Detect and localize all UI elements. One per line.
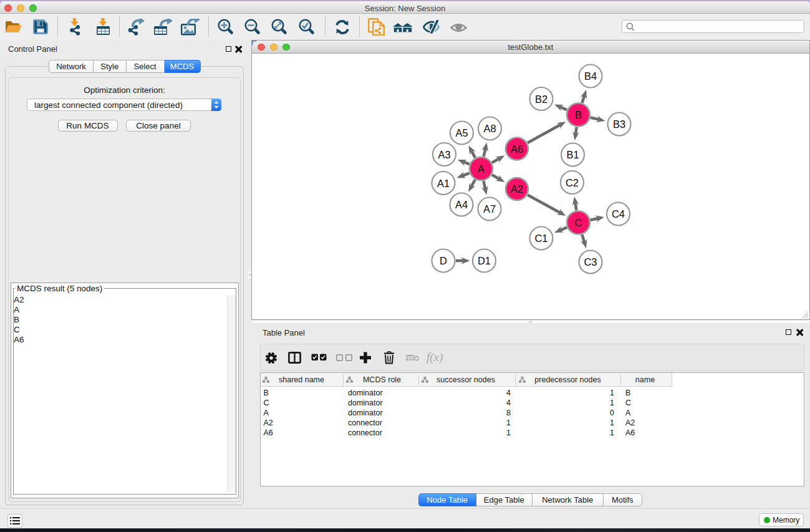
svg-text:C: C xyxy=(575,217,582,228)
svg-text:D: D xyxy=(440,255,447,266)
svg-text:A7: A7 xyxy=(483,203,496,215)
svg-text:B1: B1 xyxy=(566,149,579,160)
svg-text:B3: B3 xyxy=(613,118,625,130)
svg-text:C3: C3 xyxy=(584,256,597,268)
svg-text:C4: C4 xyxy=(612,208,625,220)
svg-text:A1: A1 xyxy=(437,178,450,189)
svg-text:A: A xyxy=(478,163,485,175)
svg-text:A2: A2 xyxy=(511,183,523,195)
svg-text:B: B xyxy=(575,109,582,120)
svg-text:B4: B4 xyxy=(584,70,597,82)
svg-text:B2: B2 xyxy=(535,94,547,105)
svg-text:A8: A8 xyxy=(483,123,496,134)
svg-text:C1: C1 xyxy=(534,233,547,244)
svg-text:A6: A6 xyxy=(511,143,523,155)
svg-text:A3: A3 xyxy=(438,149,450,160)
svg-text:A5: A5 xyxy=(455,127,468,138)
svg-text:C2: C2 xyxy=(566,177,579,188)
svg-text:D1: D1 xyxy=(478,255,491,266)
svg-text:A4: A4 xyxy=(455,199,468,210)
